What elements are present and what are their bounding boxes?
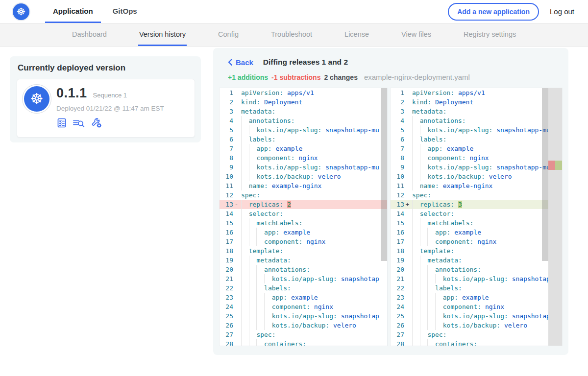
diff-sign [404,283,411,293]
line-number: 11 [220,181,233,190]
code-line-14: 14selector: [220,209,387,218]
line-number: 28 [220,339,233,346]
diff-sign [404,153,411,163]
subnav-config[interactable]: Config [217,24,240,46]
scrollbar-left[interactable] [381,88,387,261]
additions-count: +1 additions [228,73,268,81]
code-line-17: 17component: nginx [391,237,562,246]
code-text: app: example [240,228,387,237]
code-line-14: 14selector: [391,209,562,218]
code-line-1: 1apiVersion: apps/v1 [220,88,387,97]
diff-sign [404,293,411,302]
code-line-22: 22labels: [220,283,387,293]
code-line-19: 19metadata: [391,256,562,265]
diff-pane-before: 1apiVersion: apps/v12kind: Deployment3me… [219,88,388,346]
deployed-heading: Currently deployed version [18,63,195,73]
code-line-22: 22labels: [391,283,562,293]
diff-sign [233,339,240,346]
diff-sign [404,218,411,228]
code-text: kots.io/backup: velero [240,172,387,181]
code-line-27: 27spec: [220,330,387,339]
diff-pane-after: 1apiVersion: apps/v12kind: Deployment3me… [390,88,563,346]
diff-sign [233,181,240,190]
code-text: spec: [411,190,562,200]
code-text: annotations: [240,116,387,125]
line-number: 2 [391,97,404,107]
diff-sign [404,135,411,144]
diff-panel: Back Diffing releases 1 and 2 +1 additio… [213,48,568,355]
code-line-12: 12spec: [220,190,387,200]
diff-filename: example-nginx-deployment.yaml [364,73,470,81]
subnav-dashboard[interactable]: Dashboard [71,24,108,46]
tab-application[interactable]: Application [45,0,101,23]
code-line-3: 3metadata: [391,107,562,116]
code-text: app: example [411,293,562,302]
back-button[interactable]: Back [228,58,253,67]
code-line-13: 13-replicas: 2 [220,200,387,209]
line-number: 17 [220,237,233,246]
line-number: 1 [391,88,404,97]
code-text: apiVersion: apps/v1 [240,88,387,97]
code-text: app: example [411,144,562,153]
line-number: 18 [391,246,404,256]
code-line-10: 10kots.io/backup: velero [220,172,387,181]
code-line-2: 2kind: Deployment [391,97,562,107]
logout-button[interactable]: Log out [550,7,574,16]
line-number: 12 [220,190,233,200]
subnav-registry-settings[interactable]: Registry settings [463,24,517,46]
subnav-license[interactable]: License [343,24,370,46]
view-logs-icon[interactable] [73,118,85,128]
code-line-7: 7app: example [220,144,387,153]
line-number: 4 [391,116,404,125]
code-line-9: 9kots.io/app-slug: snapshotapp-mu [220,163,387,172]
diff-sign [233,330,240,339]
code-text: labels: [240,283,387,293]
code-text: matchLabels: [240,218,387,228]
code-line-15: 15matchLabels: [391,218,562,228]
diff-sign [404,339,411,346]
add-application-button[interactable]: Add a new application [448,3,539,21]
code-text: labels: [411,135,562,144]
diff-sign [233,97,240,107]
code-line-5: 5kots.io/app-slug: snapshotapp-mu [220,125,387,135]
code-line-16: 16app: example [391,228,562,237]
diff-sign [233,302,240,311]
code-text: spec: [411,330,562,339]
tab-gitops[interactable]: GitOps [105,0,145,23]
scrollbar-right[interactable] [542,88,548,261]
checklist-icon[interactable] [56,118,67,128]
code-text: kots.io/app-slug: snapshotapp-mu [240,163,387,172]
top-tabs: Application GitOps [45,0,145,23]
line-number: 15 [391,218,404,228]
code-text: selector: [411,209,562,218]
line-number: 13 [391,200,404,209]
code-text: labels: [411,283,562,293]
ruler-removed-mark [548,161,555,170]
line-number: 27 [220,330,233,339]
diff-sign [404,321,411,330]
line-number: 21 [220,274,233,283]
tools-icon[interactable] [91,117,102,129]
line-number: 4 [220,116,233,125]
currently-deployed-panel: Currently deployed version ☸ 0.1.1 Seque… [10,56,201,142]
code-text: containers: [411,339,562,346]
back-label: Back [236,58,253,67]
code-text: kots.io/app-slug: snapshotapp-mu [411,163,562,172]
code-text: kots.io/app-slug: snapshotapp-mu [411,125,562,135]
code-line-27: 27spec: [391,330,562,339]
code-text: kind: Deployment [411,97,562,107]
line-number: 14 [220,209,233,218]
line-number: 21 [391,274,404,283]
subnav-view-files[interactable]: View files [400,24,432,46]
subnav-version-history[interactable]: Version history [138,24,187,46]
diff-sign [404,228,411,237]
code-text: component: nginx [411,302,562,311]
diff-sign [233,265,240,274]
diff-sign [404,181,411,190]
line-number: 5 [391,125,404,135]
subnav-troubleshoot[interactable]: Troubleshoot [270,24,313,46]
line-number: 28 [391,339,404,346]
code-text: spec: [240,330,387,339]
line-number: 14 [391,209,404,218]
line-number: 12 [391,190,404,200]
